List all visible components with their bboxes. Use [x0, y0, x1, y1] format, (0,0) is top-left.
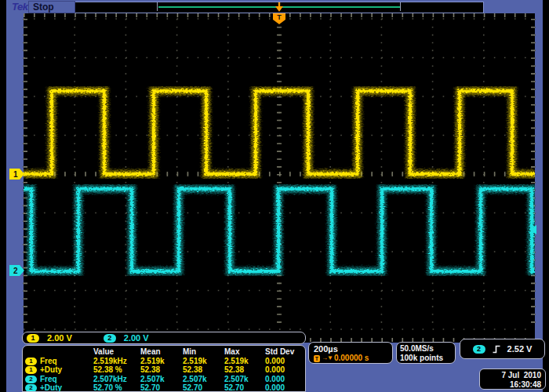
measurement-max: 52.70: [224, 383, 265, 392]
measurement-name: Freq: [40, 375, 93, 384]
col-header-value: Value: [93, 347, 140, 357]
channel-1-badge[interactable]: 1: [27, 334, 39, 343]
record-view-bar: [75, 2, 484, 13]
oscilloscope-screen: Tek Stop T 1 2: [0, 0, 549, 392]
horizontal-settings-box[interactable]: 200µs T →▼ 0.00000 s: [308, 342, 393, 364]
measurement-value: 2.519kHz: [93, 357, 140, 366]
channel-1-scale: 2.00 V: [47, 333, 72, 343]
measurement-value: 52.38 %: [93, 365, 140, 375]
col-header-max: Max: [224, 347, 265, 357]
channel-2-badge[interactable]: 2: [104, 334, 116, 343]
arrow-to-expansion-icon: →▼: [322, 354, 333, 363]
measurement-min: 2.519k: [183, 357, 224, 366]
trigger-settings-box[interactable]: 2 2.52 V: [460, 339, 545, 359]
measurement-name: +Duty: [40, 383, 93, 392]
measurement-min: 52.38: [183, 365, 224, 375]
record-window-bracket-right: [400, 2, 401, 11]
record-window-bracket-left: [157, 2, 158, 11]
timebase-scale: 200µs: [314, 344, 387, 354]
channel-2-badge: 2: [25, 384, 37, 392]
acquisition-status-panel: Stop: [28, 1, 75, 13]
trigger-t-icon: T: [314, 355, 320, 362]
measurement-min: 2.507k: [183, 375, 224, 384]
measurement-name: +Duty: [40, 365, 93, 375]
measurement-value: 2.507kHz: [93, 375, 140, 384]
rising-edge-icon: [493, 345, 500, 354]
measurement-name: Freq: [40, 357, 93, 366]
channel-scale-bar: 1 2.00 V 2 2.00 V: [22, 332, 306, 344]
horizontal-delay-value: 0.00000 s: [334, 354, 369, 363]
date-readout: 7 Jul 2010: [480, 371, 541, 380]
col-header-stddev: Std Dev: [265, 347, 305, 357]
acquisition-status: Stop: [33, 2, 54, 13]
measurement-stddev: 0.000: [265, 383, 305, 392]
record-waveform-line: [158, 6, 400, 8]
channel-1-badge: 1: [25, 366, 37, 374]
measurement-mean: 52.38: [140, 365, 183, 375]
tek-logo: Tek: [12, 1, 27, 13]
sample-rate: 50.0MS/s: [400, 344, 452, 354]
record-length: 100k points: [400, 354, 452, 363]
measurement-panel: Value Mean Min Max Std Dev 1 Freq 2.519k…: [22, 345, 306, 392]
measurement-mean: 52.70: [140, 383, 183, 392]
measurement-max: 2.507k: [224, 375, 265, 384]
datetime-box: 7 Jul 2010 16:30:48: [479, 368, 546, 390]
measurement-stddev: 0.000: [265, 375, 305, 384]
measurement-stddev: 0.000: [265, 365, 305, 375]
measurement-min: 52.70: [183, 383, 224, 392]
horizontal-delay-readout: T →▼ 0.00000 s: [314, 354, 387, 363]
col-header-min: Min: [183, 347, 224, 357]
trigger-source-badge: 2: [473, 345, 485, 354]
waveform-display-area[interactable]: [24, 13, 535, 343]
measurement-max: 52.38: [224, 365, 265, 375]
measurement-stddev: 0.000: [265, 357, 305, 366]
channel-2-badge: 2: [25, 376, 37, 383]
col-header-mean: Mean: [140, 347, 183, 357]
measurement-mean: 2.519k: [140, 357, 183, 366]
acquisition-settings-box[interactable]: 50.0MS/s 100k points: [396, 342, 456, 364]
trigger-level-value: 2.52 V: [507, 344, 533, 354]
measurement-value: 52.70 %: [93, 383, 140, 392]
measurement-max: 2.519k: [224, 357, 265, 366]
channel-1-badge: 1: [25, 358, 37, 365]
time-readout: 16:30:48: [480, 380, 541, 390]
measurement-mean: 2.507k: [140, 375, 183, 384]
channel-2-scale: 2.00 V: [124, 333, 149, 343]
